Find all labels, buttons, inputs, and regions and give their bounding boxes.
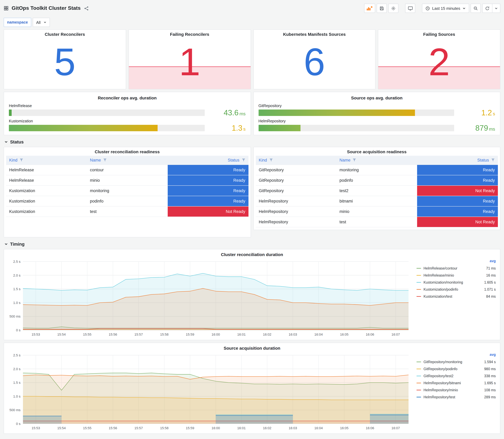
readiness-table: KindNameStatusGitRepositorymonitoringRea… (256, 156, 498, 227)
namespace-variable-value: All (36, 20, 40, 25)
timeseries-plot[interactable]: 0 s500 ms1.0 s1.5 s2.0 s2.5 s15:5315:541… (6, 258, 413, 338)
svg-text:16:03: 16:03 (289, 332, 297, 336)
dashboard-grid-icon[interactable] (4, 6, 9, 11)
column-header-name[interactable]: Name (336, 156, 417, 165)
cell-status: Not Ready (417, 185, 498, 196)
panel-cluster-reconciliation-duration: Cluster reconciliation duration 0 s500 m… (4, 249, 500, 340)
legend-avg-header[interactable]: avg (417, 259, 496, 265)
gauge-value-unit: ms (239, 111, 246, 116)
panel-title[interactable]: Cluster reconciliation readiness (4, 147, 250, 155)
panel-title[interactable]: Source acquisition duration (6, 343, 498, 352)
cell-name: podinfo (336, 175, 417, 185)
dashboard-title[interactable]: GitOps Toolkit Cluster Stats (12, 5, 81, 11)
legend-item[interactable]: Kustomization/podinfo1.071 s (417, 286, 496, 293)
column-header-label: Status (477, 158, 489, 162)
filter-icon[interactable] (242, 158, 245, 162)
legend-item[interactable]: HelmRepository/test289 ms (417, 393, 496, 401)
filter-icon[interactable] (491, 158, 495, 162)
legend-item[interactable]: HelmRepository/minio108 ms (417, 386, 496, 393)
legend-item[interactable]: GitRepository/test2338 ms (417, 372, 496, 379)
zoom-out-time-button[interactable] (471, 4, 481, 13)
column-header-status[interactable]: Status (417, 156, 498, 165)
legend-series-color (417, 268, 421, 268)
svg-text:500 ms: 500 ms (10, 408, 21, 412)
chevron-down-icon (494, 7, 498, 10)
dashboard-settings-button[interactable] (388, 4, 398, 13)
legend-series-color (417, 275, 421, 276)
legend-series-color (417, 282, 421, 282)
filter-icon[interactable] (353, 158, 356, 162)
column-header-kind[interactable]: Kind (256, 156, 336, 165)
legend-series-avg: 1.071 s (480, 287, 496, 291)
legend-series-name: HelmRepository/bitnami (424, 381, 461, 385)
table-row: GitRepositorytest2Not Ready (256, 185, 498, 196)
svg-text:16:01: 16:01 (237, 332, 246, 336)
filter-icon[interactable] (20, 158, 23, 162)
column-header-name[interactable]: Name (87, 156, 168, 165)
legend-item[interactable]: Kustomization/test84 ms (417, 293, 496, 300)
svg-text:16:00: 16:00 (211, 426, 220, 430)
svg-text:15:57: 15:57 (134, 426, 143, 430)
cell-kind: HelmRepository (256, 206, 336, 217)
namespace-variable-label[interactable]: namespace (4, 18, 31, 27)
legend-item[interactable]: GitRepository/monitoring1.594 s (417, 358, 496, 365)
stat-panel-failing-reconcilers: Failing Reconcilers 1 (129, 29, 251, 89)
cell-name: test (336, 217, 417, 227)
filter-icon[interactable] (269, 158, 273, 162)
share-icon[interactable] (84, 6, 89, 11)
filter-icon[interactable] (103, 158, 107, 162)
legend-series-name: HelmRelease/contour (424, 266, 457, 270)
section-timing[interactable]: Timing (4, 242, 500, 247)
chart-legend: avgGitRepository/monitoring1.594 sGitRep… (413, 352, 498, 401)
svg-text:16:06: 16:06 (366, 332, 374, 336)
column-header-status[interactable]: Status (168, 156, 248, 165)
legend-series-name: Kustomization/test (424, 294, 452, 298)
legend-item[interactable]: HelmRepository/bitnami1.695 s (417, 379, 496, 386)
panel-title[interactable]: Reconciler ops avg. duration (9, 93, 246, 101)
legend-item[interactable]: HelmRelease/contour71 ms (417, 265, 496, 272)
refresh-button-group (482, 4, 500, 13)
panel-title[interactable]: Cluster reconciliation duration (6, 250, 498, 258)
column-header-label: Name (90, 158, 101, 162)
gauge-value-unit: ms (489, 126, 495, 132)
gauge-value-unit: s (243, 126, 246, 132)
panel-title[interactable]: Source ops avg. duration (258, 93, 495, 101)
variables-row: namespace All (4, 18, 500, 27)
cell-status: Ready (168, 165, 248, 175)
legend-avg-header[interactable]: avg (417, 353, 496, 358)
refresh-interval-button[interactable] (492, 4, 500, 13)
cell-kind: Kustomization (6, 185, 87, 196)
cell-status: Ready (168, 196, 248, 206)
time-range-picker[interactable]: Last 15 minutes (422, 4, 469, 13)
panel-title[interactable]: Source acquisition readiness (254, 147, 500, 155)
section-status[interactable]: Status (4, 139, 500, 144)
svg-text:16:00: 16:00 (211, 332, 220, 336)
chevron-down-icon (43, 21, 46, 24)
header-toolbar: Last 15 minutes (364, 4, 500, 13)
column-header-label: Name (340, 158, 351, 162)
svg-text:1.5 s: 1.5 s (13, 287, 21, 291)
namespace-variable-select[interactable]: All (33, 18, 50, 27)
svg-text:15:56: 15:56 (109, 426, 117, 430)
gauge-track (258, 125, 454, 131)
legend-item[interactable]: HelmRelease/minio16 ms (417, 272, 496, 279)
stat-value: 6 (254, 30, 375, 89)
legend-item[interactable]: Kustomization/monitoring1.605 s (417, 279, 496, 286)
svg-text:15:55: 15:55 (83, 332, 91, 336)
svg-text:0 s: 0 s (16, 328, 21, 332)
svg-text:15:55: 15:55 (83, 426, 91, 430)
legend-series-avg: 16 ms (482, 273, 496, 277)
chevron-down-icon (4, 242, 8, 246)
save-dashboard-button[interactable] (377, 4, 387, 13)
add-panel-button[interactable] (364, 4, 375, 13)
legend-series-avg: 71 ms (482, 266, 496, 270)
legend-series-color (417, 390, 421, 390)
cell-status: Ready (417, 196, 498, 206)
refresh-button[interactable] (482, 4, 492, 13)
zoom-out-icon (473, 6, 478, 11)
timeseries-plot[interactable]: 0 s500 ms1.0 s1.5 s2.0 s2.5 s15:5315:541… (6, 352, 413, 432)
legend-item[interactable]: GitRepository/podinfo980 ms (417, 365, 496, 372)
svg-text:0 s: 0 s (16, 422, 21, 426)
cycle-view-mode-button[interactable] (405, 4, 415, 13)
column-header-kind[interactable]: Kind (6, 156, 87, 165)
